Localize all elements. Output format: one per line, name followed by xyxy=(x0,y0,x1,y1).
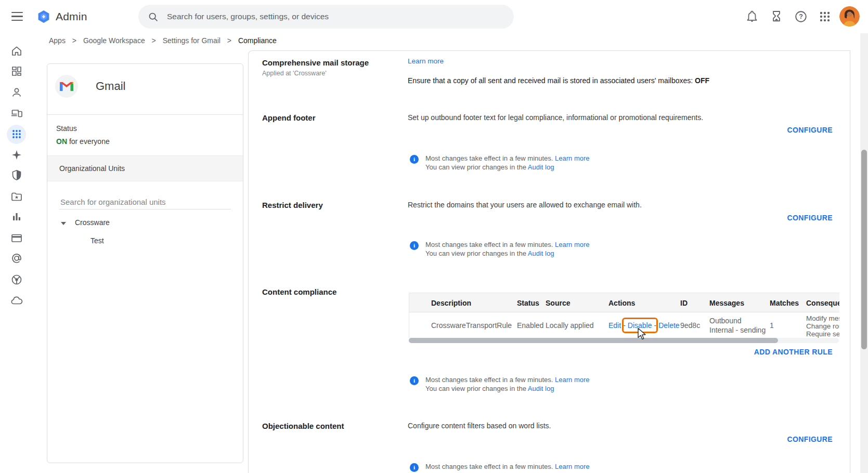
sidebar-item-devices[interactable] xyxy=(10,107,23,119)
page-scrollbar[interactable] xyxy=(860,33,868,473)
column-header-description: Description xyxy=(431,293,471,313)
svg-text:?: ? xyxy=(799,13,803,20)
section-title-content-compliance: Content compliance xyxy=(262,287,336,296)
content-compliance-table: Description Status Source Actions ID Mes… xyxy=(409,293,839,338)
audit-log-link[interactable]: Audit log xyxy=(528,385,554,392)
hamburger-menu-icon[interactable] xyxy=(11,12,24,21)
info-note: i Most changes take effect in a few minu… xyxy=(410,240,590,258)
breadcrumb-current-compliance: Compliance xyxy=(238,36,277,45)
table-horizontal-scrollbar[interactable] xyxy=(409,338,839,343)
add-another-rule-button[interactable]: ADD ANOTHER RULE xyxy=(754,348,833,356)
table-header-row: Description Status Source Actions ID Mes… xyxy=(409,293,839,312)
page-scrollbar-thumb[interactable] xyxy=(861,150,867,349)
sidebar-item-dashboard[interactable] xyxy=(10,65,23,77)
disable-focus-highlight: Disable xyxy=(628,321,652,330)
tasks-hourglass-icon[interactable] xyxy=(770,10,783,23)
sidebar-item-apps-active[interactable] xyxy=(10,128,23,140)
sidebar-item-billing-card[interactable] xyxy=(10,232,23,244)
breadcrumb-separator: > xyxy=(72,36,76,45)
sidebar-item-directory[interactable] xyxy=(10,86,23,99)
status-label: Status xyxy=(56,124,77,133)
account-avatar[interactable] xyxy=(839,6,860,27)
google-admin-logo-icon xyxy=(36,9,51,24)
tree-item-crossware[interactable]: Crossware xyxy=(75,218,110,227)
tree-expand-arrow-icon[interactable] xyxy=(61,222,66,225)
column-header-id: ID xyxy=(680,293,688,313)
learn-more-link[interactable]: Learn more xyxy=(555,463,589,470)
compliance-settings-card: Comprehensive mail storage Applied at 'C… xyxy=(248,50,850,473)
table-row: CrosswareTransportRule Enabled Locally a… xyxy=(409,313,839,338)
sidebar-item-support-wheel[interactable] xyxy=(10,273,23,286)
configure-button-restrict-delivery[interactable]: CONFIGURE xyxy=(787,214,833,222)
mail-storage-off-value: OFF xyxy=(695,76,709,85)
breadcrumb: Apps > Google Workspace > Settings for G… xyxy=(49,36,277,45)
breadcrumb-google-workspace[interactable]: Google Workspace xyxy=(83,36,145,45)
help-icon[interactable]: ? xyxy=(794,10,808,23)
learn-more-link[interactable]: Learn more xyxy=(408,57,444,65)
cell-id: 9ed8c xyxy=(680,313,700,338)
mail-storage-body: Ensure that a copy of all sent and recei… xyxy=(408,76,709,85)
sidebar-item-home[interactable] xyxy=(10,45,23,57)
audit-log-link[interactable]: Audit log xyxy=(528,163,554,171)
sidebar-item-storage-cloud[interactable] xyxy=(10,294,23,307)
admin-console-page: Admin ? xyxy=(0,0,868,473)
search-icon xyxy=(148,11,159,22)
column-header-consequence: Consequence xyxy=(806,293,839,313)
breadcrumb-apps[interactable]: Apps xyxy=(49,36,66,45)
configure-button-objectionable[interactable]: CONFIGURE xyxy=(787,435,833,443)
section-title-mail-storage: Comprehensive mail storage xyxy=(262,58,369,67)
cell-messages: Outbound Internal - sending xyxy=(709,313,766,338)
panel-header: Gmail xyxy=(47,64,243,115)
cell-status: Enabled xyxy=(517,313,543,338)
restrict-delivery-desc: Restrict the domains that your users are… xyxy=(408,201,642,209)
status-on-badge: ON xyxy=(56,137,67,146)
learn-more-link[interactable]: Learn more xyxy=(555,154,589,162)
status-value: ON for everyone xyxy=(56,137,110,146)
gmail-settings-panel: Gmail Status ON for everyone Organizatio… xyxy=(47,63,243,463)
audit-log-link[interactable]: Audit log xyxy=(528,249,554,257)
section-title-objectionable: Objectionable content xyxy=(262,422,344,430)
edit-link[interactable]: Edit xyxy=(608,321,621,330)
cell-matches: 1 xyxy=(770,313,774,338)
info-icon: i xyxy=(410,155,419,164)
cell-description: CrosswareTransportRule xyxy=(431,313,512,338)
info-note: i Most changes take effect in a few minu… xyxy=(410,462,590,473)
cell-actions: Edit-Disable-Delete xyxy=(608,313,680,338)
panel-app-title: Gmail xyxy=(96,75,125,98)
info-note: i Most changes take effect in a few minu… xyxy=(410,375,590,393)
column-header-source: Source xyxy=(546,293,570,313)
info-icon: i xyxy=(410,376,419,385)
info-note: i Most changes take effect in a few minu… xyxy=(410,154,590,172)
ou-search-input[interactable] xyxy=(59,195,231,209)
breadcrumb-separator: > xyxy=(152,36,156,45)
learn-more-link[interactable]: Learn more xyxy=(555,376,589,384)
append-footer-desc: Set up outbound footer text for legal co… xyxy=(408,113,703,122)
sidebar-item-account-at[interactable] xyxy=(10,252,23,265)
apps-grid-icon[interactable] xyxy=(818,10,832,23)
cell-consequence: Modify message Change route Require secu… xyxy=(806,313,839,338)
notifications-bell-icon[interactable] xyxy=(745,10,759,23)
sidebar-item-org-units-folder[interactable] xyxy=(10,190,23,203)
global-search-bar[interactable] xyxy=(138,5,514,29)
table-horizontal-scrollbar-thumb[interactable] xyxy=(409,338,778,343)
column-header-actions: Actions xyxy=(608,293,635,313)
configure-button-append-footer[interactable]: CONFIGURE xyxy=(787,126,833,134)
learn-more-link[interactable]: Learn more xyxy=(555,241,589,248)
top-app-bar: Admin ? xyxy=(0,0,868,33)
tree-item-test[interactable]: Test xyxy=(90,237,104,245)
objectionable-desc: Configure content filters based on word … xyxy=(408,422,551,430)
delete-link[interactable]: Delete xyxy=(658,321,679,330)
breadcrumb-settings-for-gmail[interactable]: Settings for Gmail xyxy=(163,36,221,45)
sidebar-item-security-shield[interactable] xyxy=(10,169,23,181)
column-header-messages: Messages xyxy=(709,293,744,313)
column-header-status: Status xyxy=(517,293,539,313)
sidebar-item-reporting-chart[interactable] xyxy=(10,211,23,223)
cell-source: Locally applied xyxy=(546,313,594,338)
gmail-logo-icon xyxy=(55,75,78,98)
column-header-matches: Matches xyxy=(770,293,799,313)
sidebar-item-gemini-sparkle[interactable] xyxy=(10,149,23,161)
disable-link[interactable]: Disable xyxy=(628,321,652,330)
global-search-input[interactable] xyxy=(166,11,504,22)
info-icon: i xyxy=(410,241,419,250)
organizational-units-header: Organizational Units xyxy=(47,155,243,181)
